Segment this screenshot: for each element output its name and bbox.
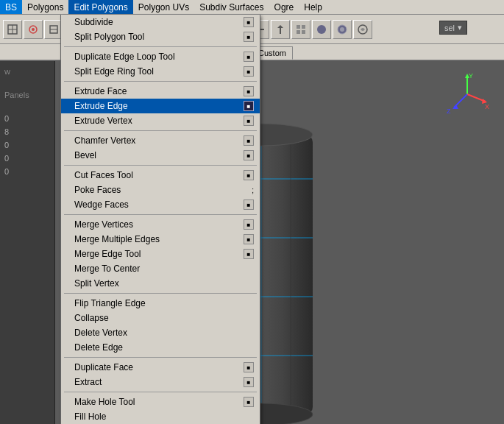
menu-extrude-vertex[interactable]: Extrude Vertex ■ bbox=[61, 113, 260, 128]
sep-5 bbox=[64, 214, 257, 215]
menu-merge-vertices[interactable]: Merge Vertices ■ bbox=[61, 217, 260, 232]
menu-subdivide-option[interactable]: ■ bbox=[244, 17, 254, 27]
menu-duplicate-face-option[interactable]: ■ bbox=[244, 362, 254, 372]
sep-3 bbox=[64, 130, 257, 131]
menu-bevel-option[interactable]: ■ bbox=[244, 150, 254, 160]
menu-split-polygon-label: Split Polygon Tool bbox=[74, 32, 144, 42]
menu-help[interactable]: Help bbox=[299, 0, 327, 14]
menu-merge-vertices-label: Merge Vertices bbox=[74, 219, 133, 230]
menu-duplicate-face-label: Duplicate Face bbox=[74, 362, 133, 372]
menu-extrude-edge-label: Extrude Edge bbox=[74, 101, 128, 111]
menu-cut-faces-label: Cut Faces Tool bbox=[74, 170, 133, 180]
panel-number-0b: 0 bbox=[4, 141, 50, 149]
svg-point-21 bbox=[317, 25, 326, 34]
panel-number-0d: 0 bbox=[4, 167, 50, 176]
menu-merge-vertices-option[interactable]: ■ bbox=[244, 219, 254, 230]
menu-delete-vertex-label: Delete Vertex bbox=[74, 328, 127, 338]
menu-extrude-face-label: Extrude Face bbox=[74, 86, 127, 96]
menu-extrude-edge-option[interactable]: ■ bbox=[244, 101, 254, 111]
menu-extrude-vertex-option[interactable]: ■ bbox=[244, 116, 254, 126]
menu-polygon-uvs[interactable]: Polygon UVs bbox=[133, 0, 194, 14]
toolbar-btn-1[interactable] bbox=[3, 20, 22, 39]
menu-make-hole[interactable]: Make Hole Tool ■ bbox=[61, 395, 260, 409]
sep-7 bbox=[64, 357, 257, 358]
menu-merge-multiple-edges[interactable]: Merge Multiple Edges ■ bbox=[61, 232, 260, 247]
sep-2 bbox=[64, 81, 257, 82]
menu-split-vertex-label: Split Vertex bbox=[74, 278, 119, 289]
menu-split-edge-ring[interactable]: Split Edge Ring Tool ■ bbox=[61, 64, 260, 79]
menu-merge-to-center-label: Merge To Center bbox=[74, 264, 140, 274]
menu-fill-hole-label: Fill Hole bbox=[74, 411, 106, 422]
svg-point-4 bbox=[32, 28, 35, 31]
menu-delete-edge[interactable]: Delete Edge bbox=[61, 340, 260, 355]
menu-merge-edge-tool[interactable]: Merge Edge Tool ■ bbox=[61, 247, 260, 261]
svg-text:X: X bbox=[485, 103, 489, 110]
menu-extract[interactable]: Extract ■ bbox=[61, 375, 260, 389]
menu-cut-faces[interactable]: Cut Faces Tool ■ bbox=[61, 168, 260, 183]
menu-extrude-face-option[interactable]: ■ bbox=[244, 86, 254, 96]
sep-6 bbox=[64, 293, 257, 294]
menu-edit-polygons[interactable]: Edit Polygons bbox=[68, 0, 132, 14]
panel-number-8: 8 bbox=[4, 127, 50, 136]
menu-extract-option[interactable]: ■ bbox=[244, 377, 254, 387]
toolbar-btn-14[interactable] bbox=[291, 20, 310, 39]
menu-delete-edge-label: Delete Edge bbox=[74, 342, 123, 353]
menu-chamfer-vertex[interactable]: Chamfer Vertex ■ bbox=[61, 133, 260, 148]
panel-label-panels: Panels bbox=[4, 91, 50, 99]
menu-dup-edge-loop-label: Duplicate Edge Loop Tool bbox=[74, 52, 175, 62]
toolbar-btn-13[interactable] bbox=[271, 20, 290, 39]
menu-bevel-label: Bevel bbox=[74, 150, 96, 160]
toolbar-btn-15[interactable] bbox=[312, 20, 331, 39]
menu-extrude-face[interactable]: Extrude Face ■ bbox=[61, 84, 260, 99]
menu-subdivide[interactable]: Subdivide ■ bbox=[61, 15, 260, 29]
menu-make-hole-option[interactable]: ■ bbox=[244, 397, 254, 407]
menu-extrude-edge[interactable]: Extrude Edge ■ bbox=[61, 99, 260, 113]
menu-merge-multiple-edges-option[interactable]: ■ bbox=[244, 234, 254, 244]
menu-chamfer-vertex-option[interactable]: ■ bbox=[244, 135, 254, 146]
menu-delete-vertex[interactable]: Delete Vertex bbox=[61, 325, 260, 340]
menu-polygons[interactable]: Polygons bbox=[22, 0, 68, 14]
menu-split-edge-ring-option[interactable]: ■ bbox=[244, 66, 254, 77]
sel-label: sel bbox=[444, 24, 455, 32]
svg-rect-17 bbox=[297, 25, 300, 29]
menu-dup-edge-loop[interactable]: Duplicate Edge Loop Tool ■ bbox=[61, 49, 260, 64]
menu-wedge-faces-label: Wedge Faces bbox=[74, 199, 129, 210]
menu-dup-edge-loop-option[interactable]: ■ bbox=[244, 52, 254, 62]
dropdown-menu: Subdivide ■ Split Polygon Tool ■ Duplica… bbox=[60, 15, 260, 424]
sel-dropdown-arrow[interactable]: ▾ bbox=[458, 23, 462, 32]
menu-make-hole-label: Make Hole Tool bbox=[74, 397, 135, 407]
menu-merge-to-center[interactable]: Merge To Center bbox=[61, 261, 260, 276]
menu-split-vertex[interactable]: Split Vertex bbox=[61, 276, 260, 291]
poke-faces-semicolon: ; bbox=[252, 186, 254, 194]
menu-chamfer-vertex-label: Chamfer Vertex bbox=[74, 135, 135, 146]
menu-cut-faces-option[interactable]: ■ bbox=[244, 170, 254, 180]
toolbar-btn-16[interactable] bbox=[333, 20, 352, 39]
menu-poke-faces[interactable]: Poke Faces ; bbox=[61, 183, 260, 197]
menu-collapse-label: Collapse bbox=[74, 313, 109, 323]
menu-ogre[interactable]: Ogre bbox=[269, 0, 299, 14]
svg-rect-18 bbox=[302, 25, 305, 29]
toolbar-btn-17[interactable] bbox=[353, 20, 372, 39]
menu-duplicate-face[interactable]: Duplicate Face ■ bbox=[61, 360, 260, 375]
menu-merge-edge-tool-option[interactable]: ■ bbox=[244, 249, 254, 259]
toolbar-btn-2[interactable] bbox=[24, 20, 43, 39]
menubar: BS Polygons Edit Polygons Polygon UVs Su… bbox=[0, 0, 504, 15]
menu-subdiv-surfaces[interactable]: Subdiv Surfaces bbox=[194, 0, 269, 14]
menu-bs[interactable]: BS bbox=[0, 0, 22, 14]
menu-flip-triangle[interactable]: Flip Triangle Edge bbox=[61, 296, 260, 311]
menu-split-polygon-tool[interactable]: Split Polygon Tool ■ bbox=[61, 29, 260, 44]
axis-widget: Y X Z bbox=[445, 72, 489, 119]
sep-4 bbox=[64, 165, 257, 166]
svg-point-23 bbox=[340, 27, 344, 32]
sel-indicator: sel ▾ bbox=[439, 21, 467, 35]
menu-bevel[interactable]: Bevel ■ bbox=[61, 148, 260, 163]
menu-split-polygon-option[interactable]: ■ bbox=[244, 32, 254, 42]
menu-wedge-faces-option[interactable]: ■ bbox=[244, 199, 254, 210]
menu-collapse[interactable]: Collapse bbox=[61, 311, 260, 325]
menu-merge-multiple-edges-label: Merge Multiple Edges bbox=[74, 234, 160, 244]
svg-text:Y: Y bbox=[469, 72, 473, 80]
menu-extrude-vertex-label: Extrude Vertex bbox=[74, 116, 132, 126]
menu-wedge-faces[interactable]: Wedge Faces ■ bbox=[61, 197, 260, 212]
menu-fill-hole[interactable]: Fill Hole bbox=[61, 409, 260, 424]
sep-8 bbox=[64, 392, 257, 392]
